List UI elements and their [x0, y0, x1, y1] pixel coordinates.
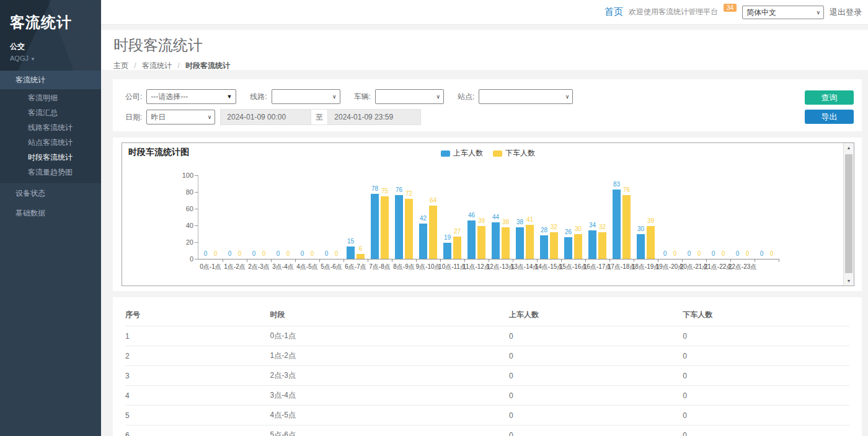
bar-value-label: 0: [722, 250, 725, 257]
bar-value-label: 0: [688, 250, 691, 257]
bar-value-label: 0: [238, 250, 242, 257]
table-cell: 1点-2点: [270, 346, 509, 366]
table-cell: 0: [509, 386, 683, 406]
bar-下车人数-10点-11点: [453, 237, 461, 259]
sidebar-section-客流统计[interactable]: 客流统计: [0, 71, 101, 89]
legend-item-boarding[interactable]: 上车人数: [441, 148, 483, 159]
legend-swatch-alighting: [493, 150, 502, 157]
export-button[interactable]: 导出: [805, 110, 854, 124]
legend-swatch-boarding: [441, 150, 450, 157]
bar-value-label: 0: [760, 250, 764, 257]
sidebar-submenu: 客流明细客流汇总线路客流统计站点客流统计时段客流统计客流量趋势图: [0, 89, 101, 183]
x-axis-tick-mark: [392, 259, 392, 262]
chart-legend: 上车人数 下车人数: [441, 148, 535, 159]
bar-value-label: 41: [526, 216, 533, 223]
bar-上车人数-12点-13点: [492, 222, 500, 259]
table-row: 43点-4点00: [125, 386, 849, 406]
company-select[interactable]: ---请选择---: [146, 89, 236, 104]
x-axis-tick-mark: [319, 259, 320, 262]
bar-上车人数-11点-12点: [467, 220, 476, 259]
search-button[interactable]: 查询: [805, 90, 854, 105]
bar-value-label: 38: [502, 219, 509, 225]
chart-panel: 时段车流统计图 上车人数 下车人数 020406080100000点-1点001…: [113, 137, 862, 291]
x-axis-tick-mark: [537, 259, 538, 262]
vehicle-select[interactable]: [375, 89, 444, 104]
sidebar-section-基础数据[interactable]: 基础数据: [0, 203, 101, 223]
bar-value-label: 6: [359, 245, 363, 252]
bar-value-label: 72: [405, 190, 412, 197]
bar-value-label: 27: [454, 228, 461, 235]
sidebar-item-线路客流统计[interactable]: 线路客流统计: [0, 120, 101, 135]
bar-上车人数-13点-14点: [516, 227, 524, 259]
chart-title: 时段车流统计图: [128, 147, 189, 158]
legend-item-alighting[interactable]: 下车人数: [493, 148, 535, 159]
notification-badge[interactable]: 34: [724, 4, 737, 12]
bar-value-label: 0: [325, 250, 329, 257]
company-label: 公司:: [125, 92, 142, 102]
legend-label-boarding: 上车人数: [453, 148, 483, 159]
bar-value-label: 15: [347, 238, 354, 245]
station-label: 站点:: [458, 92, 474, 102]
bar-value-label: 39: [478, 217, 485, 224]
bar-value-label: 0: [277, 250, 280, 257]
scroll-up-icon[interactable]: ▲: [844, 143, 854, 152]
bar-value-label: 0: [673, 250, 677, 257]
bar-value-label: 76: [623, 186, 630, 193]
y-axis-tick-label: 60: [174, 205, 193, 212]
bar-value-label: 0: [214, 250, 218, 257]
station-select[interactable]: [479, 89, 573, 104]
line-select[interactable]: [272, 89, 340, 104]
y-axis-tick-mark: [195, 175, 198, 176]
table-row: 32点-3点00: [125, 366, 849, 386]
sidebar-item-时段客流统计[interactable]: 时段客流统计: [0, 150, 101, 165]
chart-plot: 020406080100000点-1点001点-2点002点-3点003点-4点…: [198, 175, 778, 259]
scrollbar-thumb[interactable]: [845, 154, 852, 273]
bar-value-label: 32: [599, 224, 606, 230]
bar-value-label: 75: [381, 188, 388, 194]
x-axis-tick-mark: [489, 259, 489, 262]
content-area: 公司: ---请选择--- ▼ 线路: ∨ 车辆: ∨: [101, 70, 868, 436]
bar-value-label: 19: [444, 234, 451, 241]
brand-area: 客流统计 公交 AQGJ ▼: [0, 0, 101, 71]
brand-title: 客流统计: [10, 12, 91, 32]
filter-panel: 公司: ---请选择--- ▼ 线路: ∨ 车辆: ∨: [113, 79, 862, 131]
bar-下车人数-15点-16点: [574, 234, 582, 259]
x-axis-tick-mark: [634, 259, 634, 262]
scroll-down-icon[interactable]: ▼: [844, 276, 854, 286]
logout-link[interactable]: 退出登录: [830, 7, 862, 18]
x-axis-tick-mark: [755, 259, 755, 262]
breadcrumb-section[interactable]: 客流统计: [142, 61, 172, 70]
bar-下车人数-13点-14点: [526, 225, 534, 259]
bar-value-label: 32: [551, 224, 557, 230]
sidebar: 客流统计 公交 AQGJ ▼ 客流统计客流明细客流汇总线路客流统计站点客流统计时…: [0, 0, 101, 436]
date-preset-select[interactable]: 昨日: [146, 110, 215, 124]
sidebar-section-设备状态[interactable]: 设备状态: [0, 183, 101, 203]
table-cell: 3点-4点: [270, 386, 509, 406]
y-axis-tick-mark: [195, 192, 198, 193]
x-axis-tick-mark: [295, 259, 296, 262]
welcome-text: 欢迎使用客流统计管理平台: [629, 7, 718, 17]
x-axis-tick-mark: [561, 259, 562, 262]
sidebar-item-客流量趋势图[interactable]: 客流量趋势图: [0, 165, 101, 180]
table-cell: 0: [509, 346, 683, 366]
sidebar-item-站点客流统计[interactable]: 站点客流统计: [0, 135, 101, 150]
bar-value-label: 0: [770, 250, 774, 257]
x-axis-tick-mark: [609, 259, 610, 262]
bar-上车人数-6点-7点: [347, 246, 355, 259]
date-end-input[interactable]: [328, 109, 421, 125]
y-axis-tick-label: 80: [174, 188, 193, 196]
table-cell: 0: [509, 425, 683, 436]
sidebar-item-客流汇总[interactable]: 客流汇总: [0, 105, 101, 120]
chart-scrollbar[interactable]: ▲ ▼: [843, 143, 854, 286]
bar-value-label: 38: [516, 219, 523, 225]
bar-上车人数-7点-8点: [371, 194, 379, 259]
date-start-input[interactable]: [220, 109, 311, 125]
home-link[interactable]: 首页: [604, 6, 623, 18]
bar-value-label: 0: [712, 250, 715, 257]
language-select[interactable]: 简体中文: [742, 6, 824, 19]
sidebar-item-客流明细[interactable]: 客流明细: [0, 90, 101, 105]
table-header-上车人数: 上车人数: [509, 303, 683, 326]
breadcrumb-home[interactable]: 主页: [113, 61, 128, 70]
user-dropdown[interactable]: AQGJ ▼: [10, 54, 91, 62]
x-axis-category-label: 7点-8点: [369, 263, 390, 271]
